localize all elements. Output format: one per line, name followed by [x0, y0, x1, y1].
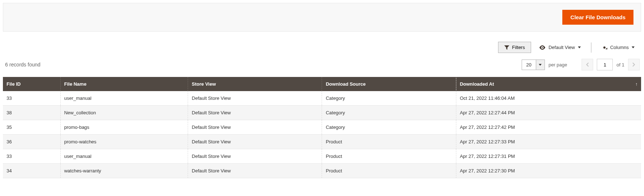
pager-row: 6 records found 20 per page of 1 — [0, 57, 644, 77]
cell-download-source: Product — [322, 135, 456, 149]
funnel-icon — [504, 45, 509, 50]
col-header-download-source[interactable]: Download Source — [322, 77, 456, 91]
cell-download-source: Product — [322, 149, 456, 164]
filters-button[interactable]: Filters — [498, 42, 531, 53]
cell-download-source: Product — [322, 164, 456, 178]
cell-downloaded-at: Apr 27, 2022 12:27:30 PM — [456, 164, 641, 178]
cell-store-view: Default Store View — [188, 164, 322, 178]
current-page-input[interactable] — [597, 59, 613, 70]
col-header-downloaded-at[interactable]: Downloaded At ↑ — [456, 77, 641, 91]
per-page-select[interactable]: 20 — [522, 60, 545, 70]
col-header-store-view[interactable]: Store View — [188, 77, 322, 91]
cell-file-id: 36 — [3, 135, 60, 149]
downloads-table: File ID File Name Store View Download So… — [3, 77, 641, 178]
cell-downloaded-at: Apr 27, 2022 12:27:31 PM — [456, 149, 641, 164]
next-page-button[interactable] — [628, 59, 640, 70]
chevron-left-icon — [586, 62, 589, 67]
cell-file-name: user_manual — [60, 149, 188, 164]
cell-download-source: Category — [322, 106, 456, 120]
table-row[interactable]: 35promo-bagsDefault Store ViewCategoryAp… — [3, 120, 641, 135]
cell-file-name: New_collection — [60, 106, 188, 120]
per-page-label: per page — [549, 62, 567, 68]
pager-controls: 20 per page of 1 — [522, 59, 640, 70]
cell-file-name: promo-bags — [60, 120, 188, 135]
chevron-down-icon — [632, 46, 635, 48]
col-header-file-name[interactable]: File Name — [60, 77, 188, 91]
cell-downloaded-at: Apr 27, 2022 12:27:44 PM — [456, 106, 641, 120]
cell-download-source: Category — [322, 120, 456, 135]
cell-downloaded-at: Oct 21, 2022 11:46:04 AM — [456, 91, 641, 106]
cell-file-id: 33 — [3, 149, 60, 164]
per-page-value: 20 — [522, 60, 536, 70]
eye-icon — [539, 45, 546, 50]
table-row[interactable]: 33user_manualDefault Store ViewProductAp… — [3, 149, 641, 164]
svg-point-0 — [542, 47, 543, 48]
cell-store-view: Default Store View — [188, 106, 322, 120]
cell-downloaded-at: Apr 27, 2022 12:27:33 PM — [456, 135, 641, 149]
cell-file-name: watches-warranty — [60, 164, 188, 178]
sort-asc-icon: ↑ — [635, 82, 637, 87]
cell-store-view: Default Store View — [188, 135, 322, 149]
cell-file-id: 34 — [3, 164, 60, 178]
filters-label: Filters — [512, 45, 525, 50]
col-header-file-id[interactable]: File ID — [3, 77, 60, 91]
cell-downloaded-at: Apr 27, 2022 12:27:42 PM — [456, 120, 641, 135]
gear-icon — [602, 45, 607, 50]
cell-store-view: Default Store View — [188, 149, 322, 164]
prev-page-button[interactable] — [582, 59, 593, 70]
table-header-row: File ID File Name Store View Download So… — [3, 77, 641, 91]
chevron-down-icon — [578, 46, 581, 48]
columns-label: Columns — [610, 45, 629, 50]
cell-download-source: Category — [322, 91, 456, 106]
chevron-right-icon — [632, 62, 635, 67]
page-actions-bar: Clear File Downloads — [3, 3, 641, 32]
clear-file-downloads-button[interactable]: Clear File Downloads — [562, 10, 633, 25]
pages-of-label: of 1 — [616, 62, 624, 68]
cell-store-view: Default Store View — [188, 120, 322, 135]
cell-file-id: 35 — [3, 120, 60, 135]
cell-file-name: promo-watches — [60, 135, 188, 149]
chevron-down-icon — [539, 64, 542, 66]
cell-file-id: 38 — [3, 106, 60, 120]
table-row[interactable]: 33user_manualDefault Store ViewCategoryO… — [3, 91, 641, 106]
table-row[interactable]: 34watches-warrantyDefault Store ViewProd… — [3, 164, 641, 178]
cell-file-name: user_manual — [60, 91, 188, 106]
view-switcher-label: Default View — [549, 45, 575, 50]
cell-store-view: Default Store View — [188, 91, 322, 106]
grid-toolbar: Filters Default View Columns — [0, 32, 644, 57]
records-count: 6 records found — [5, 62, 40, 68]
toolbar-divider — [591, 42, 591, 53]
columns-button[interactable]: Columns — [596, 42, 640, 53]
view-switcher[interactable]: Default View — [534, 42, 586, 53]
per-page-toggle[interactable] — [536, 60, 545, 70]
cell-file-id: 33 — [3, 91, 60, 106]
table-row[interactable]: 36promo-watchesDefault Store ViewProduct… — [3, 135, 641, 149]
table-row[interactable]: 38New_collectionDefault Store ViewCatego… — [3, 106, 641, 120]
